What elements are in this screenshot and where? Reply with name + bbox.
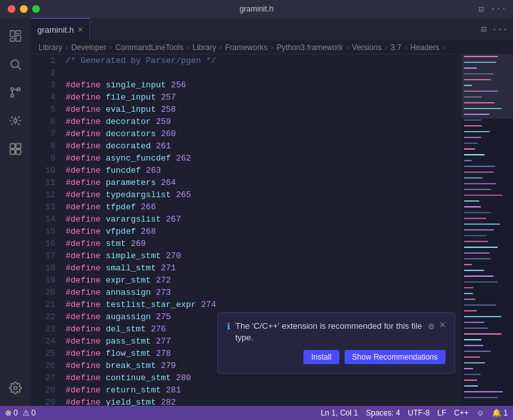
breadcrumb-sep: › xyxy=(385,43,388,52)
minimap-canvas xyxy=(462,55,513,406)
errors-status[interactable]: ⊗ 0 ⚠ 0 xyxy=(5,408,35,417)
code-line: #define decorators 260 xyxy=(66,128,462,140)
code-line: #define typedargslist 265 xyxy=(66,189,462,201)
line-ending-status[interactable]: LF xyxy=(437,408,446,417)
code-line: #define decorated 261 xyxy=(66,140,462,152)
minimap[interactable] xyxy=(462,55,513,406)
code-line: #define testlist_star_expr 274 xyxy=(66,299,462,311)
more-tab-actions-icon[interactable]: ··· xyxy=(492,24,508,35)
svg-point-9 xyxy=(14,119,17,123)
code-line: #define small_stmt 271 xyxy=(66,262,462,274)
code-line: #define expr_stmt 272 xyxy=(66,274,462,286)
split-editor-icon[interactable]: ⊡ xyxy=(478,4,483,15)
tab-close-button[interactable]: × xyxy=(78,25,83,34)
explorer-icon[interactable] xyxy=(3,23,28,49)
svg-rect-2 xyxy=(16,35,21,41)
editor-area: graminit.h × ⊡ ··· Library › Developer ›… xyxy=(31,18,513,406)
breadcrumb-item[interactable]: Library xyxy=(192,43,216,52)
code-line: #define varargslist 267 xyxy=(66,213,462,225)
breadcrumb-item[interactable]: CommandLineTools xyxy=(115,43,183,52)
breadcrumb-item[interactable]: Versions xyxy=(352,43,382,52)
svg-point-14 xyxy=(14,387,17,390)
encoding-status[interactable]: UTF-8 xyxy=(408,408,429,417)
breadcrumb-item[interactable]: Headers xyxy=(410,43,439,52)
source-control-icon[interactable] xyxy=(3,80,28,105)
error-count: 0 xyxy=(14,408,18,417)
bell-icon: 🔔 xyxy=(492,408,501,417)
code-line: #define simple_stmt 270 xyxy=(66,250,462,262)
svg-point-7 xyxy=(11,94,14,97)
svg-rect-12 xyxy=(10,150,15,155)
language-status[interactable]: C++ xyxy=(454,408,469,417)
svg-point-6 xyxy=(11,88,14,91)
smiley-icon[interactable]: ☺ xyxy=(476,408,484,417)
minimize-window-button[interactable] xyxy=(20,5,28,13)
warning-count: 0 xyxy=(32,408,36,417)
status-bar-right: Ln 1, Col 1 Spaces: 4 UTF-8 LF C++ ☺ 🔔 1 xyxy=(321,408,508,417)
info-icon: ℹ xyxy=(227,321,230,332)
editor-content[interactable]: 1234567891011121314151617181920212223242… xyxy=(31,55,513,406)
breadcrumb-sep: › xyxy=(404,43,407,52)
tab-bar: graminit.h × ⊡ ··· xyxy=(31,18,513,40)
code-line: /* Generated by Parser/pgen */ xyxy=(66,55,462,67)
notification-count: 1 xyxy=(503,408,508,417)
notification-actions: Install Show Recommendations xyxy=(227,350,446,364)
code-line: #define single_input 256 xyxy=(66,79,462,91)
code-line: #define eval_input 258 xyxy=(66,103,462,116)
code-line: #define stmt 269 xyxy=(66,238,462,250)
debug-icon[interactable] xyxy=(3,108,28,134)
breadcrumb-sep: › xyxy=(443,43,446,52)
extensions-icon[interactable] xyxy=(3,136,28,162)
notification-close-button[interactable]: × xyxy=(439,320,446,331)
close-window-button[interactable] xyxy=(8,5,15,13)
notification-header: ℹ The 'C/C++' extension is recommended f… xyxy=(227,320,446,344)
settings-icon[interactable] xyxy=(3,375,28,401)
show-recommendations-button[interactable]: Show Recommendations xyxy=(345,350,446,364)
spaces-status[interactable]: Spaces: 4 xyxy=(366,408,400,417)
svg-line-5 xyxy=(18,67,21,70)
install-extension-button[interactable]: Install xyxy=(303,350,339,364)
error-icon: ⊗ xyxy=(5,408,12,417)
notifications-bell-icon[interactable]: 🔔 1 xyxy=(492,408,508,417)
breadcrumb-sep: › xyxy=(186,43,189,52)
line-numbers: 1234567891011121314151617181920212223242… xyxy=(31,55,63,406)
code-line: #define return_stmt 281 xyxy=(66,384,462,396)
code-line: #define async_funcdef 262 xyxy=(66,152,462,164)
svg-point-8 xyxy=(17,88,20,91)
notification-text: The 'C/C++' extension is recommended for… xyxy=(235,320,423,344)
breadcrumb-sep: › xyxy=(219,43,222,52)
svg-rect-10 xyxy=(10,144,15,149)
tab-label: graminit.h xyxy=(37,25,74,35)
window-controls xyxy=(8,5,40,13)
code-line: #define annassign 273 xyxy=(66,286,462,299)
breadcrumb: Library › Developer › CommandLineTools ›… xyxy=(31,40,513,55)
split-editor-tab-icon[interactable]: ⊡ xyxy=(481,24,486,35)
code-line: #define funcdef 263 xyxy=(66,164,462,177)
activity-bar xyxy=(0,18,31,406)
extension-notification: ℹ The 'C/C++' extension is recommended f… xyxy=(217,312,455,374)
status-bar-left: ⊗ 0 ⚠ 0 xyxy=(5,408,35,417)
search-icon[interactable] xyxy=(3,51,28,77)
notification-settings-icon[interactable]: ⚙ xyxy=(428,320,434,333)
svg-point-4 xyxy=(11,60,19,67)
maximize-window-button[interactable] xyxy=(32,5,40,13)
more-actions-icon[interactable]: ··· xyxy=(491,4,507,14)
warning-icon: ⚠ xyxy=(22,408,30,417)
code-line: #define vfpdef 268 xyxy=(66,225,462,238)
code-line: #define parameters 264 xyxy=(66,177,462,189)
svg-rect-1 xyxy=(16,31,21,34)
breadcrumb-item[interactable]: Python3.framework xyxy=(276,43,343,52)
file-tab[interactable]: graminit.h × xyxy=(31,18,90,40)
breadcrumb-item[interactable]: Developer xyxy=(71,43,107,52)
breadcrumb-sep: › xyxy=(346,43,349,52)
breadcrumb-item[interactable]: 3.7 xyxy=(391,43,402,52)
code-line: #define tfpdef 266 xyxy=(66,201,462,213)
svg-rect-3 xyxy=(10,39,15,42)
cursor-position-status[interactable]: Ln 1, Col 1 xyxy=(321,408,358,417)
breadcrumb-sep: › xyxy=(271,43,273,52)
code-line: #define file_input 257 xyxy=(66,91,462,103)
svg-rect-11 xyxy=(16,144,21,149)
breadcrumb-item[interactable]: Library xyxy=(39,43,62,52)
status-bar: ⊗ 0 ⚠ 0 Ln 1, Col 1 Spaces: 4 UTF-8 LF C… xyxy=(0,406,513,420)
breadcrumb-item[interactable]: Frameworks xyxy=(225,43,267,52)
